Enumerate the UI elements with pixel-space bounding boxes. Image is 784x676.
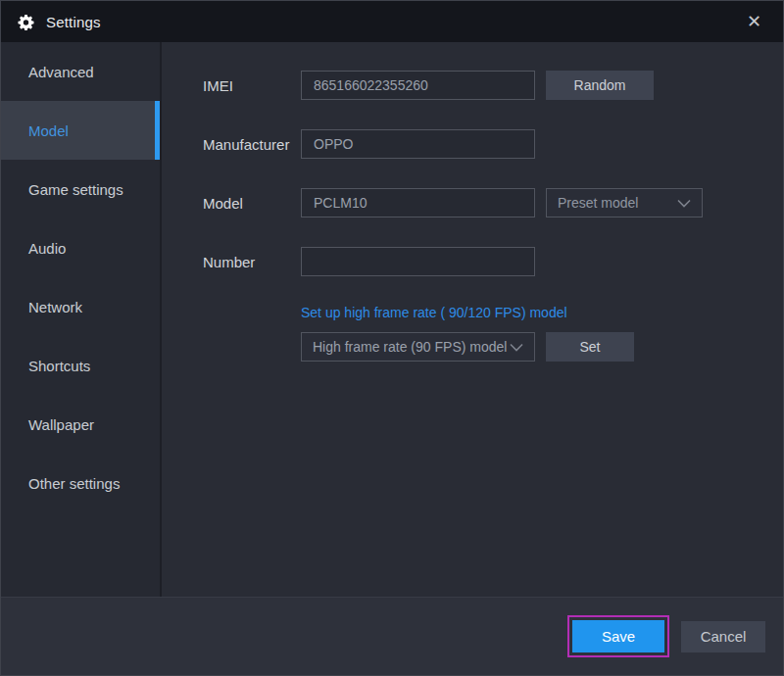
random-button[interactable]: Random	[546, 71, 654, 100]
high-frame-rate-row: High frame rate (90 FPS) model Set	[301, 332, 783, 362]
model-input[interactable]	[301, 188, 535, 217]
chevron-down-icon	[677, 199, 691, 208]
window-title: Settings	[46, 14, 101, 30]
close-icon[interactable]: ✕	[741, 11, 767, 32]
window-body: Advanced Model Game settings Audio Netwo…	[1, 42, 783, 597]
number-row: Number	[203, 247, 783, 276]
imei-label: IMEI	[203, 77, 301, 94]
sidebar-item-game-settings[interactable]: Game settings	[1, 160, 160, 218]
preset-model-dropdown[interactable]: Preset model	[546, 188, 703, 217]
sidebar-item-advanced[interactable]: Advanced	[1, 42, 160, 101]
footer-bar: Save Cancel	[1, 597, 783, 675]
gear-icon	[17, 13, 35, 31]
imei-input[interactable]	[301, 71, 535, 100]
model-label: Model	[203, 195, 301, 212]
sidebar-item-shortcuts[interactable]: Shortcuts	[1, 336, 160, 395]
high-frame-rate-dropdown[interactable]: High frame rate (90 FPS) model	[301, 332, 535, 362]
high-frame-rate-section: Set up high frame rate ( 90/120 FPS) mod…	[301, 305, 783, 362]
imei-row: IMEI Random	[203, 71, 783, 100]
manufacturer-label: Manufacturer	[203, 136, 301, 153]
number-label: Number	[203, 254, 301, 270]
manufacturer-input[interactable]	[301, 129, 535, 159]
settings-window: Settings ✕ Advanced Model Game settings …	[0, 0, 784, 676]
sidebar-item-model[interactable]: Model	[1, 101, 160, 160]
sidebar-item-other-settings[interactable]: Other settings	[1, 454, 160, 512]
model-settings-panel: IMEI Random Manufacturer Model Preset mo…	[162, 42, 783, 597]
manufacturer-row: Manufacturer	[203, 129, 783, 159]
title-bar: Settings ✕	[1, 1, 783, 42]
sidebar-item-wallpaper[interactable]: Wallpaper	[1, 395, 160, 454]
number-input[interactable]	[301, 247, 535, 276]
save-button[interactable]: Save	[572, 620, 664, 652]
sidebar: Advanced Model Game settings Audio Netwo…	[1, 42, 162, 597]
model-row: Model Preset model	[203, 188, 783, 217]
high-frame-rate-heading: Set up high frame rate ( 90/120 FPS) mod…	[301, 305, 783, 320]
annotation-highlight-box: Save	[567, 615, 669, 657]
sidebar-item-network[interactable]: Network	[1, 277, 160, 336]
sidebar-item-audio[interactable]: Audio	[1, 218, 160, 277]
set-button[interactable]: Set	[546, 332, 634, 362]
chevron-down-icon	[510, 343, 523, 352]
active-indicator-bar	[155, 101, 160, 160]
cancel-button[interactable]: Cancel	[681, 621, 765, 652]
